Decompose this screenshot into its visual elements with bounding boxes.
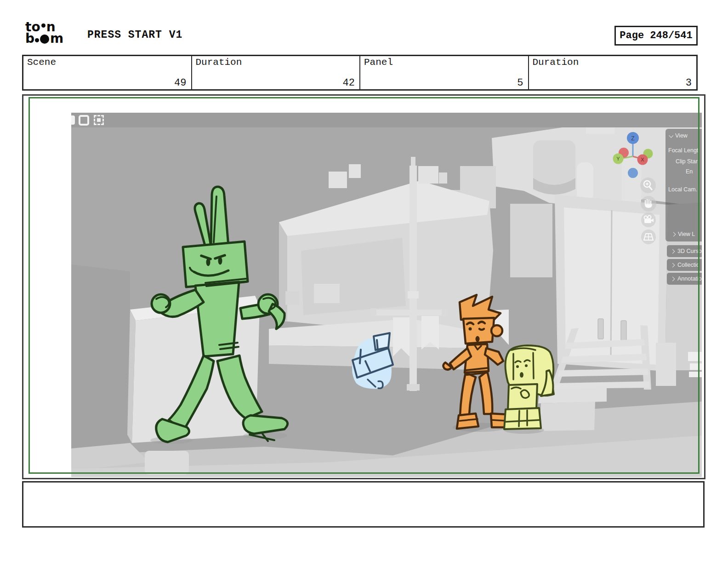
panel-cell: Panel 5	[360, 56, 529, 89]
panel-value: 5	[517, 77, 523, 89]
duration-label: Duration	[196, 57, 242, 68]
page-number-label: Page 248/541	[620, 30, 692, 41]
duration-label: Duration	[533, 57, 579, 68]
scene-value: 49	[174, 77, 186, 89]
logo-dot-icon	[35, 38, 39, 42]
logo-dot-icon	[40, 34, 49, 44]
caption-box	[22, 481, 705, 528]
duration-value: 3	[686, 77, 692, 89]
camera-frame-border	[28, 97, 700, 474]
page-number-box: Page 248/541	[614, 26, 698, 46]
panel-label: Panel	[364, 57, 393, 68]
storyboard-panel: Z Y X	[22, 94, 705, 479]
toonboom-logo: ton bm	[25, 21, 63, 44]
project-title: PRESS START V1	[87, 29, 182, 41]
scene-cell: Scene 49	[23, 56, 192, 89]
logo-dot-icon	[41, 23, 46, 28]
scene-label: Scene	[27, 57, 56, 68]
panel-info-table: Scene 49 Duration 42 Panel 5 Duration 3	[22, 55, 698, 91]
scene-duration-cell: Duration 42	[192, 56, 361, 89]
duration-value: 42	[343, 77, 355, 89]
panel-duration-cell: Duration 3	[529, 56, 697, 89]
